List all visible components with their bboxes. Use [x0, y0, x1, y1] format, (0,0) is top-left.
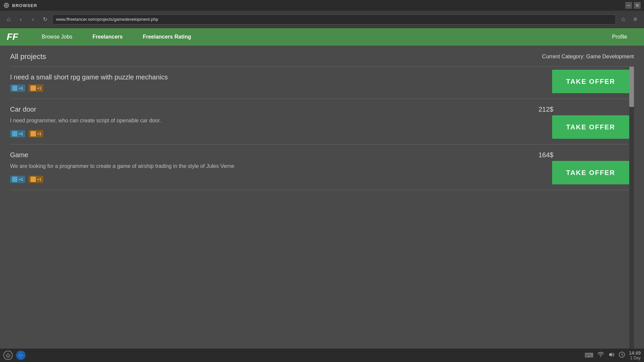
keyboard-icon: ⌨ — [585, 352, 593, 359]
project-card-3: Game 164$ We are looking for a programme… — [10, 144, 634, 190]
svg-marker-6 — [609, 353, 612, 357]
tag-icon-1-skill — [31, 85, 36, 91]
tag-badge-2-skill: +1 — [29, 130, 44, 137]
content-header: All projects Current Category: Game Deve… — [10, 52, 634, 61]
volume-icon — [608, 352, 615, 359]
title-bar-title: BROWSER — [12, 3, 37, 8]
nav-freelancers[interactable]: Freelancers — [83, 28, 133, 46]
tag-icon-3-tech — [12, 177, 17, 182]
time-display: 14:49 — [629, 350, 641, 356]
project-title-2: Car door — [10, 106, 36, 113]
menu-button[interactable]: ≡ — [631, 15, 640, 24]
address-bar[interactable] — [52, 14, 616, 24]
nav-browse-jobs[interactable]: Browse Jobs — [32, 28, 83, 46]
project-card-2: Car door 212$ I need programmer, who can… — [10, 99, 634, 144]
project-footer-2: +1 +1 — [10, 130, 553, 137]
project-price-2: 212$ — [539, 106, 554, 113]
project-title-row-1: I need a small short rpg game with puzzl… — [10, 73, 553, 81]
tag-label-3-tech: +1 — [19, 177, 23, 181]
title-bar: BROWSER ─ ✕ — [0, 0, 644, 11]
nav-freelancers-rating[interactable]: Freelancers Rating — [133, 28, 201, 46]
project-title-1: I need a small short rpg game with puzzl… — [10, 73, 168, 81]
globe-icon — [16, 351, 25, 360]
project-description-2: I need programmer, who can create script… — [10, 117, 553, 125]
main-content: All projects Current Category: Game Deve… — [0, 46, 644, 362]
date-display: 1 Day — [629, 356, 641, 360]
current-category: Current Category: Game Development — [542, 54, 634, 60]
back-button[interactable]: ‹ — [16, 15, 25, 24]
tag-badge-3-skill: +1 — [29, 176, 44, 183]
minimize-button[interactable]: ─ — [625, 2, 632, 9]
project-price-3: 164$ — [539, 151, 554, 159]
taskbar-right: ⌨ 14:49 1 Day — [585, 350, 641, 360]
app-icon — [3, 2, 9, 8]
project-footer-1: +1 +1 — [10, 84, 553, 92]
take-offer-button-3[interactable]: TAKE OFFER — [552, 161, 629, 184]
taskbar-time: 14:49 1 Day — [629, 350, 641, 360]
tag-label-1-skill: +1 — [37, 86, 42, 90]
reload-button[interactable]: ↻ — [40, 15, 50, 24]
project-card-1: I need a small short rpg game with puzzl… — [10, 67, 634, 99]
take-offer-button-1[interactable]: TAKE OFFER — [552, 70, 629, 93]
taskbar: ⏻ ⌨ 14:49 1 Day — [0, 349, 644, 362]
tag-badge-1-tech: +1 — [10, 84, 25, 92]
browser-chrome: ⌂ ‹ › ↻ ☆ ≡ — [0, 11, 644, 28]
page-title: All projects — [10, 52, 46, 61]
current-category-value: Game Development — [586, 54, 634, 59]
tag-label-2-tech: +1 — [19, 132, 23, 136]
window-controls: ─ ✕ — [625, 2, 641, 9]
tag-badge-2-tech: +1 — [10, 130, 25, 137]
wifi-icon — [597, 352, 604, 359]
tag-badge-3-tech: +1 — [10, 176, 25, 183]
project-title-row-2: Car door 212$ — [10, 106, 553, 113]
tag-icon-3-skill — [31, 177, 36, 182]
clock-icon — [619, 352, 625, 359]
power-button[interactable]: ⏻ — [3, 351, 13, 360]
tag-label-3-skill: +1 — [37, 177, 42, 181]
tag-icon-2-skill — [31, 131, 36, 136]
close-button[interactable]: ✕ — [634, 2, 641, 9]
project-description-3: We are looking for a programmer to creat… — [10, 162, 553, 170]
tag-icon-1-tech — [12, 85, 17, 91]
site-logo: FF — [7, 32, 18, 42]
project-title-row-3: Game 164$ — [10, 151, 553, 159]
project-list-container: I need a small short rpg game with puzzl… — [10, 66, 634, 353]
current-category-label: Current Category: — [542, 54, 585, 59]
svg-line-9 — [622, 355, 623, 355]
tag-label-2-skill: +1 — [37, 132, 42, 136]
take-offer-button-2[interactable]: TAKE OFFER — [552, 115, 629, 139]
scrollbar-track — [629, 67, 634, 353]
tag-label-1-tech: +1 — [19, 86, 23, 90]
tag-icon-2-tech — [12, 131, 17, 136]
home-button[interactable]: ⌂ — [4, 15, 13, 24]
project-title-3: Game — [10, 151, 28, 159]
tag-badge-1-skill: +1 — [29, 84, 44, 92]
bookmark-button[interactable]: ☆ — [619, 15, 628, 24]
scrollbar-thumb[interactable] — [629, 67, 634, 107]
project-footer-3: +1 +1 — [10, 176, 553, 183]
nav-profile[interactable]: Profile — [602, 28, 637, 46]
project-list: I need a small short rpg game with puzzl… — [10, 67, 634, 353]
nav-bar: FF Browse Jobs Freelancers Freelancers R… — [0, 28, 644, 46]
forward-button[interactable]: › — [28, 15, 38, 24]
